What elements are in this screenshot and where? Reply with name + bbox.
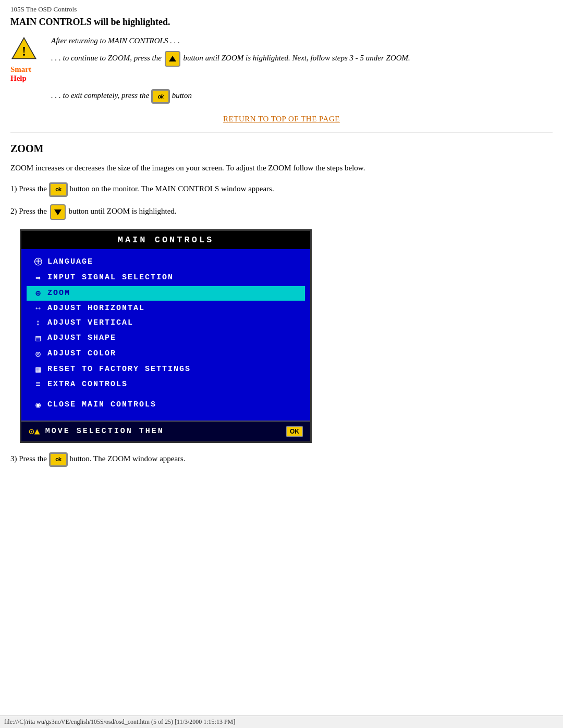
extra-controls-label: EXTRA CONTROLS [47, 380, 302, 389]
footer-ok-button[interactable]: OK [286, 426, 303, 437]
ok-button-inline[interactable]: ok [151, 89, 170, 104]
svg-marker-2 [169, 56, 176, 61]
osd-footer: ⊙▲ MOVE SELECTION THEN OK [21, 421, 310, 441]
adjust-horizontal-icon: ↔ [30, 304, 47, 313]
adjust-vertical-label: ADJUST VERTICAL [47, 318, 302, 327]
warning-triangle-icon: ! [10, 35, 38, 62]
adjust-vertical-icon: ↕ [30, 318, 47, 328]
help-label: Help [10, 74, 47, 83]
status-bar-text: file:///C|/rita wu/gs3noVE/english/105S/… [4, 718, 235, 725]
osd-item-language[interactable]: ㊉ LANGUAGE [27, 254, 305, 269]
adjust-shape-icon: ▤ [30, 333, 47, 343]
osd-header: MAIN CONTROLS [21, 231, 310, 249]
up-arrow-button[interactable] [165, 51, 180, 67]
smart-label: Smart [10, 65, 47, 74]
reset-label: RESET TO FACTORY SETTINGS [47, 365, 302, 374]
section-divider [10, 132, 553, 132]
osd-item-adjust-color[interactable]: ◎ ADJUST COLOR [27, 347, 305, 361]
close-icon: ◉ [30, 400, 47, 410]
zoom-title: ZOOM [10, 143, 553, 155]
close-label: CLOSE MAIN CONTROLS [47, 400, 302, 409]
svg-marker-3 [54, 209, 62, 215]
input-signal-label: INPUT SIGNAL SELECTION [47, 273, 302, 282]
reset-icon: ▦ [30, 364, 47, 375]
step-3: 3) Press the ok button. The ZOOM window … [10, 452, 553, 467]
exit-text: . . . to exit completely, press the ok b… [51, 89, 553, 104]
breadcrumb: 105S The OSD Controls [10, 5, 553, 14]
adjust-color-label: ADJUST COLOR [47, 349, 302, 358]
footer-nav-icons: ⊙▲ [29, 426, 40, 437]
ok-button-step1[interactable]: ok [49, 182, 68, 197]
smart-help-text: After returning to MAIN CONTROLS . . . .… [47, 35, 410, 67]
down-arrow-button[interactable] [50, 204, 66, 220]
step-2: 2) Press the button until ZOOM is highli… [10, 204, 553, 220]
step-1: 1) Press the ok button on the monitor. T… [10, 182, 553, 197]
osd-item-zoom[interactable]: ⊕ ZOOM [27, 286, 305, 301]
zoom-label: ZOOM [47, 289, 302, 298]
osd-item-input-signal[interactable]: ⇒ INPUT SIGNAL SELECTION [27, 270, 305, 285]
empty-space [10, 474, 553, 578]
osd-item-close[interactable]: ◉ CLOSE MAIN CONTROLS [27, 398, 305, 412]
osd-item-adjust-shape[interactable]: ▤ ADJUST SHAPE [27, 331, 305, 346]
zoom-icon: ⊕ [30, 288, 47, 299]
after-returning-text: After returning to MAIN CONTROLS . . . [51, 35, 410, 47]
zoom-description: ZOOM increases or decreases the size of … [10, 162, 553, 174]
adjust-color-icon: ◎ [30, 349, 47, 359]
extra-controls-icon: ≡ [30, 380, 47, 389]
input-signal-icon: ⇒ [30, 273, 47, 283]
osd-item-adjust-horizontal[interactable]: ↔ ADJUST HORIZONTAL [27, 302, 305, 315]
main-controls-highlighted: MAIN CONTROLS will be highlighted. [10, 17, 553, 28]
return-link-section: RETURN TO TOP OF THE PAGE [10, 114, 553, 124]
osd-item-extra-controls[interactable]: ≡ EXTRA CONTROLS [27, 378, 305, 391]
language-icon: ㊉ [30, 256, 47, 267]
status-bar: file:///C|/rita wu/gs3noVE/english/105S/… [0, 715, 563, 728]
adjust-horizontal-label: ADJUST HORIZONTAL [47, 304, 302, 313]
osd-menu: MAIN CONTROLS ㊉ LANGUAGE ⇒ INPUT SIGNAL … [20, 229, 312, 443]
svg-text:!: ! [22, 44, 26, 58]
osd-item-reset[interactable]: ▦ RESET TO FACTORY SETTINGS [27, 362, 305, 377]
return-to-top-link[interactable]: RETURN TO TOP OF THE PAGE [223, 115, 340, 123]
smart-help-icon: ! Smart Help [10, 35, 47, 83]
zoom-section: ZOOM ZOOM increases or decreases the siz… [10, 143, 553, 467]
osd-item-adjust-vertical[interactable]: ↕ ADJUST VERTICAL [27, 316, 305, 330]
ok-button-step3[interactable]: ok [49, 452, 68, 467]
smart-help-section: ! Smart Help After returning to MAIN CON… [10, 35, 553, 83]
language-label: LANGUAGE [47, 257, 302, 266]
continue-zoom-text: . . . to continue to ZOOM, press the but… [51, 51, 410, 67]
adjust-shape-label: ADJUST SHAPE [47, 334, 302, 342]
footer-text: MOVE SELECTION THEN [45, 427, 286, 436]
osd-items: ㊉ LANGUAGE ⇒ INPUT SIGNAL SELECTION ⊕ ZO… [21, 249, 310, 416]
